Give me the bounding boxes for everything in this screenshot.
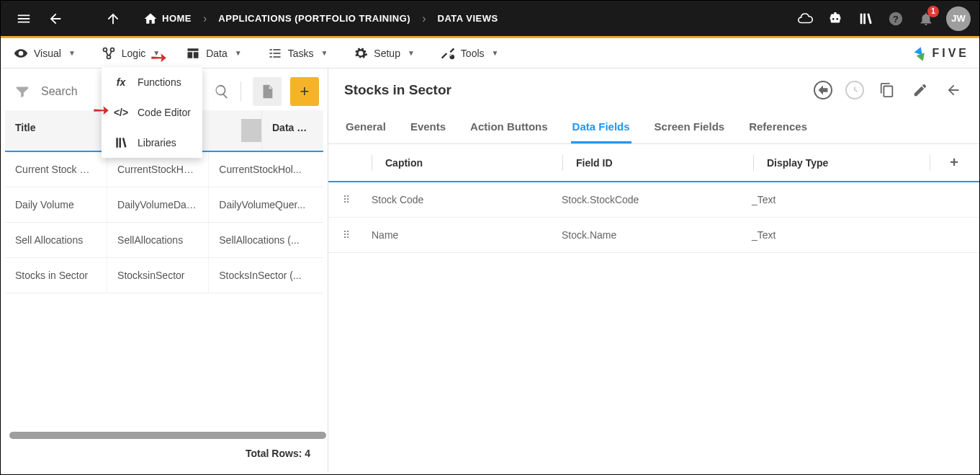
table-row[interactable]: Stocks in Sector StocksinSector StocksIn… bbox=[5, 258, 323, 293]
robot-icon[interactable] bbox=[821, 4, 850, 33]
cell-title: Stocks in Sector bbox=[5, 258, 107, 293]
tab-references[interactable]: References bbox=[747, 112, 809, 143]
fx-icon: fx bbox=[113, 74, 129, 90]
cell-field-id: Stock.Name bbox=[562, 229, 752, 241]
document-button[interactable] bbox=[253, 77, 282, 106]
cell-ds: DailyVolumeQuer... bbox=[208, 187, 323, 222]
col-caption[interactable]: Caption bbox=[385, 157, 562, 169]
cell-name: SellAllocations bbox=[107, 223, 208, 257]
data-field-row[interactable]: ⠿ Name Stock.Name _Text bbox=[328, 218, 979, 253]
tabs: General Events Action Buttons Data Field… bbox=[328, 112, 979, 144]
top-navbar: HOME › APPLICATIONS (PORTFOLIO TRAINING)… bbox=[1, 1, 979, 38]
menu-tools-label: Tools bbox=[461, 48, 485, 59]
brand-logo: FIVE bbox=[912, 45, 969, 61]
data-fields-header: Caption Field ID Display Type + bbox=[328, 144, 979, 182]
books-icon bbox=[113, 135, 129, 151]
horizontal-scrollbar[interactable] bbox=[9, 432, 319, 439]
cell-caption: Name bbox=[372, 229, 562, 241]
tools-icon bbox=[441, 46, 455, 61]
eye-icon bbox=[14, 46, 28, 61]
right-pane: Stocks in Sector General Events Action B… bbox=[328, 68, 979, 472]
action-bar bbox=[814, 80, 963, 100]
table-icon bbox=[186, 46, 200, 61]
total-rows-label: Total Rows: 4 bbox=[5, 439, 323, 468]
chevron-right-icon: › bbox=[422, 12, 426, 25]
grid-body: Current Stock Ho... CurrentStockHol... C… bbox=[5, 152, 323, 427]
back-icon[interactable] bbox=[943, 80, 963, 100]
tab-screen-fields[interactable]: Screen Fields bbox=[653, 112, 727, 143]
table-row[interactable]: Daily Volume DailyVolumeData... DailyVol… bbox=[5, 187, 323, 223]
filter-icon[interactable] bbox=[9, 79, 35, 105]
search-icon[interactable] bbox=[209, 79, 235, 105]
dropdown-libraries[interactable]: Libraries bbox=[102, 128, 202, 158]
undo-circle-icon[interactable] bbox=[814, 81, 832, 99]
checklist-icon bbox=[268, 46, 282, 61]
brand-label: FIVE bbox=[932, 47, 969, 60]
logic-icon bbox=[102, 46, 116, 61]
cell-title: Sell Allocations bbox=[5, 223, 107, 257]
menu-setup-label: Setup bbox=[374, 48, 400, 59]
menu-data[interactable]: Data▼ bbox=[183, 42, 244, 65]
cell-title: Daily Volume bbox=[5, 187, 107, 222]
cell-caption: Stock Code bbox=[372, 194, 562, 205]
cell-ds: SellAllocations (... bbox=[208, 223, 323, 257]
drag-handle-icon[interactable]: ⠿ bbox=[343, 194, 372, 205]
chevron-right-icon: › bbox=[203, 12, 207, 25]
dropdown-functions-label: Functions bbox=[138, 76, 181, 88]
svg-text:?: ? bbox=[893, 13, 899, 24]
menu-logic-label: Logic bbox=[122, 48, 145, 59]
col-field-id[interactable]: Field ID bbox=[576, 157, 753, 169]
library-icon[interactable] bbox=[851, 4, 880, 33]
dropdown-code-editor-label: Code Editor bbox=[138, 107, 191, 118]
back-arrow-icon[interactable] bbox=[41, 4, 70, 33]
cell-title: Current Stock Ho... bbox=[5, 152, 107, 187]
add-field-button[interactable]: + bbox=[943, 154, 965, 171]
hamburger-icon[interactable] bbox=[9, 4, 38, 33]
menu-visual-label: Visual bbox=[34, 48, 61, 59]
cell-name: DailyVolumeData... bbox=[107, 187, 208, 222]
notification-badge: 1 bbox=[927, 6, 939, 17]
tab-data-fields[interactable]: Data Fields bbox=[571, 112, 631, 143]
help-icon[interactable]: ? bbox=[881, 4, 910, 33]
cloud-icon[interactable] bbox=[791, 4, 819, 33]
home-icon bbox=[143, 12, 158, 26]
data-field-row[interactable]: ⠿ Stock Code Stock.StockCode _Text bbox=[328, 182, 979, 218]
notification-bell-icon[interactable]: 1 bbox=[912, 4, 940, 33]
tab-action-buttons[interactable]: Action Buttons bbox=[469, 112, 549, 143]
cell-ds: StocksInSector (... bbox=[208, 258, 323, 293]
breadcrumb-view[interactable]: DATA VIEWS bbox=[438, 13, 498, 24]
menu-tools[interactable]: Tools▼ bbox=[438, 42, 502, 65]
breadcrumb-app[interactable]: APPLICATIONS (PORTFOLIO TRAINING) bbox=[218, 13, 410, 24]
drag-handle-icon[interactable]: ⠿ bbox=[343, 229, 372, 241]
page-title: Stocks in Sector bbox=[344, 82, 451, 98]
copy-icon[interactable] bbox=[877, 80, 897, 100]
cell-ds: CurrentStockHol... bbox=[208, 152, 323, 187]
logic-dropdown: fx Functions </> Code Editor Libraries bbox=[102, 67, 202, 158]
dropdown-functions[interactable]: fx Functions bbox=[102, 67, 202, 97]
tab-events[interactable]: Events bbox=[409, 112, 447, 143]
menu-visual[interactable]: Visual▼ bbox=[11, 42, 78, 65]
col-display-type[interactable]: Display Type bbox=[767, 157, 930, 169]
cell-field-id: Stock.StockCode bbox=[562, 194, 752, 205]
detail-header: Stocks in Sector bbox=[328, 68, 979, 112]
menu-tasks[interactable]: Tasks▼ bbox=[265, 42, 331, 65]
breadcrumb-home[interactable]: HOME bbox=[143, 12, 192, 26]
cell-display-type: _Text bbox=[752, 229, 965, 241]
menu-tasks-label: Tasks bbox=[288, 48, 314, 59]
avatar[interactable]: JW bbox=[946, 6, 971, 31]
table-row[interactable]: Sell Allocations SellAllocations SellAll… bbox=[5, 223, 323, 258]
up-arrow-icon[interactable] bbox=[99, 4, 127, 33]
gear-icon bbox=[354, 46, 368, 61]
dropdown-libraries-label: Libraries bbox=[138, 137, 176, 148]
edit-icon[interactable] bbox=[910, 80, 930, 100]
dropdown-code-editor[interactable]: </> Code Editor bbox=[102, 97, 202, 128]
tab-general[interactable]: General bbox=[344, 112, 387, 143]
add-button[interactable]: + bbox=[290, 77, 319, 106]
col-header-data-source[interactable]: Data Source bbox=[261, 110, 323, 151]
cell-name: StocksinSector bbox=[107, 258, 208, 293]
menu-data-label: Data bbox=[206, 48, 228, 59]
cell-display-type: _Text bbox=[752, 194, 965, 205]
menu-setup[interactable]: Setup▼ bbox=[351, 42, 418, 65]
history-circle-icon bbox=[845, 81, 864, 99]
breadcrumb-home-label: HOME bbox=[162, 13, 192, 24]
